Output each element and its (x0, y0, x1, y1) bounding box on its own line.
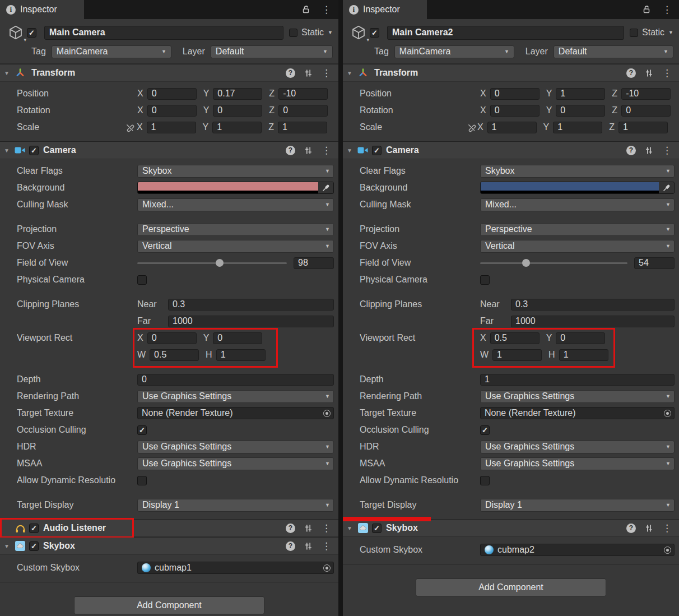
physical-camera-checkbox[interactable] (137, 275, 147, 285)
occlusion-culling-checkbox[interactable] (480, 425, 490, 435)
preset-icon[interactable] (304, 542, 313, 550)
camera-enabled-checkbox[interactable] (29, 146, 39, 155)
near-input[interactable]: 0.3 (511, 299, 675, 311)
add-component-button[interactable]: Add Component (74, 596, 264, 614)
skybox-enabled-checkbox[interactable] (29, 541, 39, 551)
fov-slider[interactable] (137, 257, 287, 269)
near-input[interactable]: 0.3 (168, 299, 334, 311)
clear-flags-dropdown[interactable]: Skybox (137, 165, 334, 178)
scale-z-input[interactable]: 1 (278, 122, 327, 133)
custom-skybox-field[interactable]: cubmap2 (480, 544, 675, 556)
gameobject-name-input[interactable]: Main Camera (44, 26, 283, 40)
fov-value-input[interactable]: 98 (294, 257, 334, 269)
link-broken-icon[interactable] (123, 123, 137, 132)
kebab-menu-icon[interactable] (662, 146, 672, 155)
preset-icon[interactable] (304, 146, 313, 155)
far-input[interactable]: 1000 (511, 316, 675, 327)
lock-icon[interactable] (642, 5, 651, 14)
gameobject-active-checkbox[interactable] (370, 28, 379, 38)
scale-y-input[interactable]: 1 (553, 122, 602, 133)
scale-x-input[interactable]: 1 (147, 122, 196, 133)
foldout-arrow-icon[interactable] (343, 70, 356, 76)
kebab-menu-icon[interactable] (322, 541, 331, 551)
gameobject-cube-icon[interactable] (4, 23, 27, 42)
tag-dropdown[interactable]: MainCamera (394, 45, 514, 58)
position-y-input[interactable]: 0.17 (213, 88, 262, 100)
foldout-arrow-icon[interactable] (343, 147, 356, 154)
audio-listener-enabled-checkbox[interactable] (29, 524, 39, 533)
foldout-arrow-icon[interactable] (0, 70, 13, 76)
viewport-w-input[interactable]: 1 (492, 349, 542, 361)
fov-axis-dropdown[interactable]: Vertical (480, 240, 675, 253)
position-x-input[interactable]: 0 (490, 88, 540, 100)
tab-inspector[interactable]: Inspector (343, 0, 427, 19)
object-picker-icon[interactable] (320, 562, 333, 573)
culling-mask-dropdown[interactable]: Mixed... (137, 198, 334, 211)
custom-skybox-field[interactable]: cubmap1 (137, 562, 334, 574)
foldout-arrow-icon[interactable] (343, 525, 356, 531)
help-icon[interactable] (626, 146, 636, 155)
slider-handle[interactable] (522, 259, 530, 267)
kebab-menu-icon[interactable] (662, 5, 672, 15)
background-color-swatch[interactable] (137, 182, 334, 194)
target-texture-field[interactable]: None (Render Texture) (137, 407, 334, 419)
hdr-dropdown[interactable]: Use Graphics Settings (480, 441, 675, 453)
depth-input[interactable]: 1 (480, 374, 675, 386)
kebab-menu-icon[interactable] (322, 5, 331, 15)
allow-dynamic-resolution-checkbox[interactable] (137, 476, 147, 485)
tag-dropdown[interactable]: MainCamera (52, 45, 171, 58)
allow-dynamic-resolution-checkbox[interactable] (480, 476, 490, 485)
gameobject-cube-icon[interactable] (347, 23, 370, 42)
eyedropper-icon[interactable] (659, 182, 674, 193)
foldout-arrow-icon[interactable] (0, 147, 13, 154)
preset-icon[interactable] (304, 524, 313, 532)
scale-x-input[interactable]: 1 (487, 122, 537, 133)
target-display-dropdown[interactable]: Display 1 (480, 499, 675, 512)
kebab-menu-icon[interactable] (662, 68, 672, 78)
fov-axis-dropdown[interactable]: Vertical (137, 240, 334, 253)
camera-enabled-checkbox[interactable] (372, 146, 382, 155)
skybox-header[interactable]: Skybox (0, 538, 338, 555)
preset-icon[interactable] (645, 524, 653, 532)
help-icon[interactable] (286, 146, 295, 155)
fov-slider[interactable] (480, 257, 627, 269)
kebab-menu-icon[interactable] (662, 524, 672, 533)
help-icon[interactable] (286, 68, 295, 78)
foldout-arrow-icon[interactable] (0, 543, 13, 549)
occlusion-culling-checkbox[interactable] (137, 425, 147, 435)
static-checkbox[interactable] (289, 29, 297, 37)
preset-icon[interactable] (304, 69, 313, 77)
target-display-dropdown[interactable]: Display 1 (137, 499, 334, 512)
object-picker-icon[interactable] (661, 407, 674, 419)
rendering-path-dropdown[interactable]: Use Graphics Settings (480, 390, 675, 403)
static-dropdown-icon[interactable] (668, 30, 673, 35)
preset-icon[interactable] (645, 69, 653, 77)
viewport-h-input[interactable]: 1 (216, 349, 266, 361)
object-picker-icon[interactable] (661, 544, 674, 555)
viewport-x-input[interactable]: 0.5 (490, 332, 540, 344)
rotation-z-input[interactable]: 0 (621, 105, 671, 117)
fov-value-input[interactable]: 54 (634, 257, 675, 269)
layer-dropdown[interactable]: Default (211, 45, 333, 58)
scale-z-input[interactable]: 1 (618, 122, 668, 133)
static-checkbox[interactable] (630, 29, 638, 37)
help-icon[interactable] (626, 68, 636, 78)
viewport-x-input[interactable]: 0 (147, 332, 197, 344)
help-icon[interactable] (286, 541, 295, 551)
skybox-header[interactable]: Skybox (343, 520, 679, 537)
slider-handle[interactable] (216, 259, 224, 267)
viewport-h-input[interactable]: 1 (559, 349, 608, 361)
add-component-button[interactable]: Add Component (416, 578, 606, 596)
object-picker-icon[interactable] (320, 407, 333, 419)
projection-dropdown[interactable]: Perspective (137, 223, 334, 236)
physical-camera-checkbox[interactable] (480, 275, 490, 285)
transform-header[interactable]: Transform (343, 64, 679, 82)
depth-input[interactable]: 0 (137, 374, 334, 386)
skybox-enabled-checkbox[interactable] (372, 524, 382, 533)
link-broken-icon[interactable] (466, 123, 477, 132)
hdr-dropdown[interactable]: Use Graphics Settings (137, 441, 334, 453)
culling-mask-dropdown[interactable]: Mixed... (480, 198, 675, 211)
background-color-swatch[interactable] (480, 182, 675, 194)
position-y-input[interactable]: 1 (556, 88, 605, 100)
viewport-y-input[interactable]: 0 (213, 332, 262, 344)
